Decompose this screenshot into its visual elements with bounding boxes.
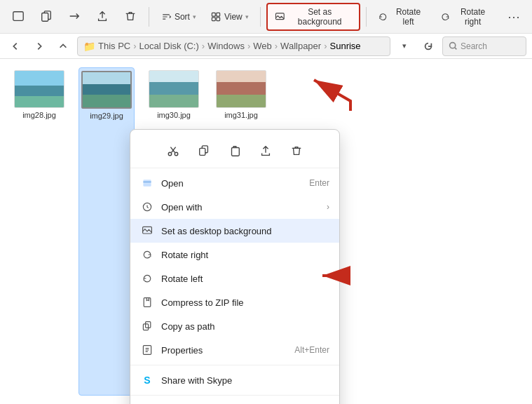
move-toolbar-btn[interactable] <box>62 3 87 31</box>
svg-point-10 <box>175 152 178 156</box>
svg-rect-13 <box>232 148 240 156</box>
back-btn[interactable] <box>6 36 25 56</box>
search-placeholder: Search <box>461 41 487 51</box>
svg-rect-14 <box>143 180 151 187</box>
ctx-copypath-label: Copy as path <box>161 321 329 332</box>
ctx-open-shortcut: Enter <box>309 178 329 188</box>
file-item[interactable]: img29.jpg <box>79 67 135 396</box>
delete-toolbar-btn[interactable] <box>118 3 143 31</box>
view-btn[interactable]: View ▾ <box>205 3 254 31</box>
sep2 <box>260 7 261 27</box>
file-name: img28.jpg <box>22 111 56 119</box>
svg-rect-5 <box>212 17 215 20</box>
svg-rect-17 <box>144 298 151 307</box>
ctx-copy-btn[interactable] <box>191 138 217 163</box>
chevron-down-icon: ▾ <box>402 41 407 50</box>
openwith-icon <box>140 200 154 214</box>
refresh-btn[interactable] <box>418 36 438 56</box>
svg-rect-0 <box>13 11 23 20</box>
ctx-open-item[interactable]: Open Enter <box>130 171 339 195</box>
set-background-btn[interactable]: Set as background <box>266 3 360 31</box>
rotateright-icon <box>140 248 154 262</box>
view-chevron: ▾ <box>245 13 249 20</box>
properties-icon <box>140 343 154 357</box>
share-toolbar-btn[interactable] <box>90 3 115 31</box>
svg-rect-3 <box>212 13 215 16</box>
ctx-sep1 <box>130 365 339 365</box>
svg-point-8 <box>450 43 456 48</box>
sort-btn[interactable]: Sort ▾ <box>155 3 202 31</box>
addressbar: 📁 This PC › Local Disk (C:) › Windows › … <box>0 34 532 59</box>
file-thumbnail <box>14 70 64 108</box>
ctx-properties-shortcut: Alt+Enter <box>294 345 329 355</box>
tablet-toolbar-btn[interactable] <box>6 3 31 31</box>
ctx-share-btn[interactable] <box>253 138 278 163</box>
skype-icon: S <box>140 373 154 387</box>
ctx-zip-label: Compress to ZIP file <box>161 297 329 308</box>
rotateleft-icon <box>140 271 154 285</box>
file-name: img31.jpg <box>224 111 258 119</box>
ctx-rotateright-item[interactable]: Rotate right <box>130 243 339 267</box>
ctx-sep2 <box>130 395 339 396</box>
ctx-paste-btn[interactable] <box>222 138 247 163</box>
context-menu: Open Enter Open with › Set as deskto <box>130 129 340 404</box>
dropdown-btn[interactable]: ▾ <box>395 36 414 56</box>
file-name: img30.jpg <box>157 111 191 119</box>
svg-rect-2 <box>42 13 48 21</box>
ctx-copypath-item[interactable]: Copy as path <box>130 314 339 338</box>
svg-rect-12 <box>200 148 205 155</box>
ctx-rotateleft-item[interactable]: Rotate left <box>130 267 339 290</box>
context-icon-bar <box>130 134 339 168</box>
file-thumbnail <box>216 70 266 108</box>
up-btn[interactable] <box>53 36 73 56</box>
breadcrumb[interactable]: 📁 This PC › Local Disk (C:) › Windows › … <box>77 36 390 56</box>
ctx-openwith-label: Open with <box>161 202 320 213</box>
copy-toolbar-btn[interactable] <box>34 3 59 31</box>
sep3 <box>366 7 367 27</box>
search-box[interactable]: Search <box>442 36 526 56</box>
ctx-setbg-item[interactable]: Set as desktop background <box>130 219 339 243</box>
svg-rect-6 <box>217 17 220 20</box>
sep1 <box>149 7 149 27</box>
zip-icon <box>140 295 154 309</box>
rotate-right-label: Rotate right <box>453 7 493 27</box>
ctx-moreopts-item[interactable]: Show more options Shift+F10 <box>130 398 339 404</box>
rotate-left-label: Rotate left <box>391 7 426 27</box>
ctx-properties-label: Properties <box>161 345 287 356</box>
svg-rect-4 <box>217 13 220 16</box>
ctx-openwith-item[interactable]: Open with › <box>130 195 339 219</box>
ctx-rotateleft-label: Rotate left <box>161 274 329 284</box>
open-icon <box>140 176 154 190</box>
ctx-skype-item[interactable]: S Share with Skype <box>130 368 339 392</box>
ctx-rotateright-label: Rotate right <box>161 250 329 260</box>
ctx-open-label: Open <box>161 178 302 189</box>
more-btn[interactable]: ⋯ <box>501 3 526 31</box>
ctx-skype-label: Share with Skype <box>161 375 329 386</box>
ctx-properties-item[interactable]: Properties Alt+Enter <box>130 338 339 362</box>
rotate-right-btn[interactable]: Rotate right <box>435 3 498 31</box>
file-name: img29.jpg <box>90 112 123 120</box>
ctx-cut-btn[interactable] <box>161 138 186 163</box>
ctx-delete-btn[interactable] <box>284 138 309 163</box>
svg-point-9 <box>168 152 172 156</box>
ctx-setbg-label: Set as desktop background <box>161 226 329 236</box>
folder-icon: 📁 <box>83 41 95 52</box>
rotate-left-btn[interactable]: Rotate left <box>372 3 432 31</box>
forward-btn[interactable] <box>29 36 49 56</box>
openwith-arrow: › <box>327 202 329 212</box>
setbg-icon <box>140 224 154 238</box>
ctx-zip-item[interactable]: Compress to ZIP file <box>130 290 339 314</box>
file-area: img28.jpg img29.jpg img30.jpg img31.jpg <box>0 59 532 404</box>
file-item[interactable]: img28.jpg <box>11 67 67 396</box>
file-thumbnail <box>81 71 132 109</box>
copypath-icon <box>140 319 154 333</box>
toolbar: Sort ▾ View ▾ Set as background Rotate l… <box>0 0 532 34</box>
file-thumbnail <box>149 70 199 108</box>
sort-chevron: ▾ <box>193 13 196 20</box>
